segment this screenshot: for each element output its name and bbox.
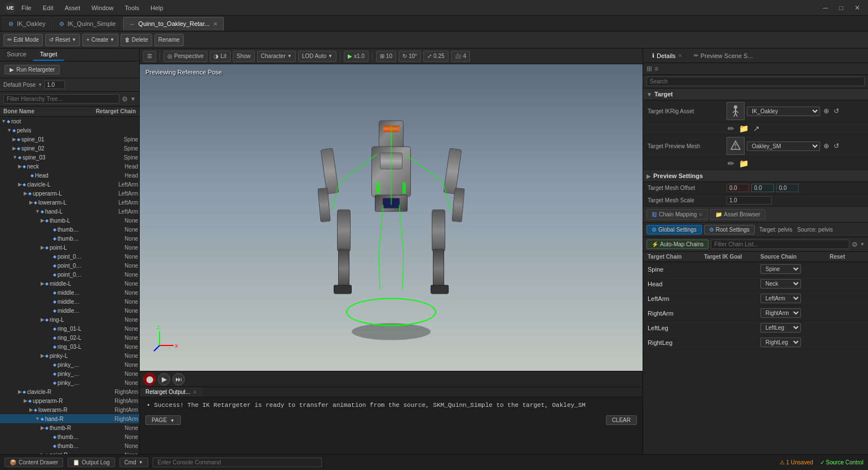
bone-row[interactable]: ◆thumb_01-RNone (0, 432, 139, 441)
menu-help[interactable]: Help (148, 3, 166, 12)
bone-row[interactable]: ▼◆pelvis (0, 126, 139, 135)
viewport-menu-button[interactable]: ☰ (143, 51, 156, 62)
bone-row[interactable]: ▶◆spine_01Spine (0, 135, 139, 144)
menu-asset[interactable]: Asset (63, 3, 83, 12)
root-settings-button[interactable]: ⚙ Root Settings (704, 225, 755, 234)
asset-browser-tab[interactable]: 📁 Asset Browser (710, 209, 765, 220)
hierarchy-expand-icon[interactable]: ▼ (130, 96, 136, 102)
hierarchy-search-input[interactable] (3, 94, 119, 104)
details-icon-2[interactable]: ≡ (654, 65, 658, 73)
bone-row[interactable]: ▶◆upperarm-RRightArm (0, 396, 139, 405)
bone-row[interactable]: ◆pinky_01-LNone (0, 360, 139, 369)
target-tab[interactable]: Target (33, 48, 64, 61)
bone-row[interactable]: ▶◆spine_02Spine (0, 144, 139, 153)
tab-quinn-oakley-close[interactable]: ✕ (213, 21, 218, 27)
ikrig-arrow-icon[interactable]: ↗ (752, 124, 761, 133)
bone-row[interactable]: ▶◆middle-LNone (0, 279, 139, 288)
mesh-folder-icon[interactable]: 📁 (738, 159, 750, 168)
chain-source-dropdown[interactable]: SpineNeckHeadLeftArmRightArmLeftLegRight… (760, 323, 830, 332)
bone-row[interactable]: ▶◆thumb-LNone (0, 216, 139, 225)
chain-source-dropdown[interactable]: SpineNeckHeadLeftArmRightArmLeftLegRight… (760, 279, 830, 289)
character-button[interactable]: Character ▼ (257, 51, 296, 62)
show-button[interactable]: Show (233, 51, 255, 62)
bone-row[interactable]: ◆ring_01-LNone (0, 324, 139, 333)
bone-row[interactable]: ▶◆point-RNone (0, 450, 139, 454)
reset-button[interactable]: ↺ Reset ▼ (45, 34, 80, 46)
pose-value-input[interactable] (45, 81, 65, 89)
bone-row[interactable]: ◆point_01-LNone (0, 252, 139, 261)
chain-source-dropdown[interactable]: SpineNeckHeadLeftArmRightArmLeftLegRight… (760, 264, 830, 274)
bone-row[interactable]: ▶◆pinky-LNone (0, 351, 139, 360)
rotation-button[interactable]: ↻ 10° (398, 51, 421, 62)
chain-filter-input[interactable] (711, 240, 849, 249)
mesh-offset-z[interactable] (776, 184, 799, 192)
ikrig-folder-icon[interactable]: 📁 (738, 124, 750, 133)
chain-source-dropdown[interactable]: SpineNeckHeadLeftArmRightArmLeftLegRight… (760, 294, 830, 303)
maximize-button[interactable]: □ (836, 3, 847, 13)
bone-row[interactable]: ▶◆ring-LNone (0, 315, 139, 324)
tab-ik-quinn[interactable]: ⚙ IK_Quinn_Simple (53, 17, 122, 30)
perspective-button[interactable]: ◎ Perspective (163, 51, 207, 62)
bone-row[interactable]: ◆thumb_02-LNone (0, 234, 139, 243)
tab-ik-oakley[interactable]: ⚙ IK_Oakley (2, 17, 52, 30)
menu-tools[interactable]: Tools (122, 3, 141, 12)
bone-row[interactable]: ▶◆clavicle-RRightArm (0, 387, 139, 396)
bone-row[interactable]: ▼◆root (0, 117, 139, 126)
preview-settings-header[interactable]: ▶ Preview Settings (643, 170, 868, 182)
lit-button[interactable]: ◑ Lit (210, 51, 231, 62)
bone-row[interactable]: ▼◆hand-LLeftArm (0, 207, 139, 216)
chain-source-dropdown[interactable]: SpineNeckHeadLeftArmRightArmLeftLegRight… (760, 338, 830, 347)
minimize-button[interactable]: ─ (820, 3, 831, 13)
bone-row[interactable]: ▶◆neckHead (0, 162, 139, 171)
chain-source-dropdown[interactable]: SpineNeckHeadLeftArmRightArmLeftLegRight… (760, 308, 830, 318)
retarget-output-tab[interactable]: Retarget Output... ✕ (140, 387, 203, 397)
mesh-offset-x[interactable] (727, 184, 749, 192)
bone-row[interactable]: ▼◆spine_03Spine (0, 153, 139, 162)
bone-row[interactable]: ▶◆point-LNone (0, 243, 139, 252)
menu-edit[interactable]: Edit (41, 3, 56, 12)
preview-scene-tab[interactable]: ✏ Preview Scene S... (688, 51, 759, 61)
viewport[interactable]: Previewing Reference Pose (140, 64, 643, 371)
camera-button[interactable]: 🎥 4 (451, 51, 471, 62)
target-ikrig-select[interactable]: IK_Oakley (747, 107, 820, 116)
content-drawer-button[interactable]: 📦 Content Drawer (5, 458, 63, 467)
bone-row[interactable]: ◆ring_02-LNone (0, 333, 139, 342)
bone-row[interactable]: ◆ring_03-LNone (0, 342, 139, 351)
scale-button[interactable]: ⤢ 0.25 (423, 51, 448, 62)
bone-row[interactable]: ▶◆lowerarm-LLeftArm (0, 198, 139, 207)
menu-window[interactable]: Window (89, 3, 116, 12)
close-button[interactable]: ✕ (851, 3, 863, 13)
mesh-scale-value[interactable] (727, 196, 772, 205)
play-button[interactable]: ▶ x1.0 (344, 51, 369, 62)
bone-row[interactable]: ◆point_03-LNone (0, 270, 139, 279)
tab-quinn-oakley[interactable]: ↔ Quinn_to_Oakley_Retar... ✕ (123, 17, 224, 30)
grid-10-button[interactable]: ⊞ 10 (376, 51, 396, 62)
ikrig-reset-icon[interactable]: ↺ (832, 107, 840, 115)
next-frame-button[interactable]: ⏭ (172, 373, 185, 385)
bone-row[interactable]: ▼◆hand-RRightArm (0, 414, 139, 423)
console-input[interactable] (153, 458, 322, 467)
edit-mode-button[interactable]: ✏ Edit Mode (3, 34, 43, 46)
bone-row[interactable]: ◆middle_01-LNone (0, 288, 139, 297)
play-ctrl-button[interactable]: ▶ (158, 373, 170, 385)
bone-row[interactable]: ◆middle_02-LNone (0, 297, 139, 306)
bone-row[interactable]: ▶◆thumb-RNone (0, 423, 139, 432)
menu-file[interactable]: File (19, 3, 34, 12)
bone-row[interactable]: ◆thumb_01-LNone (0, 225, 139, 234)
ikrig-edit-icon[interactable]: ✏ (727, 124, 736, 133)
bone-row[interactable]: ◆thumb_02-RNone (0, 441, 139, 450)
bone-row[interactable]: ▶◆lowerarm-RRightArm (0, 405, 139, 414)
page-button[interactable]: PAGE ▼ (145, 415, 181, 425)
details-icon-1[interactable]: ⊞ (646, 65, 652, 73)
chain-mapping-close[interactable]: ✕ (698, 212, 703, 218)
hierarchy-settings-icon[interactable]: ⚙ (122, 95, 128, 103)
chain-settings-dropdown-icon[interactable]: ▼ (860, 242, 865, 247)
bone-row[interactable]: ◆middle_03-LNone (0, 306, 139, 315)
lod-button[interactable]: LOD Auto ▼ (298, 51, 336, 62)
bone-row[interactable]: ▶◆upperarm-LLeftArm (0, 189, 139, 198)
output-log-button[interactable]: 📋 Output Log (68, 458, 114, 467)
target-section-header[interactable]: ▼ Target (643, 88, 868, 100)
bone-row[interactable]: ◆pinky_02-LNone (0, 369, 139, 378)
global-settings-button[interactable]: ⚙ Global Settings (646, 225, 702, 234)
cmd-button[interactable]: Cmd ▼ (119, 458, 148, 467)
